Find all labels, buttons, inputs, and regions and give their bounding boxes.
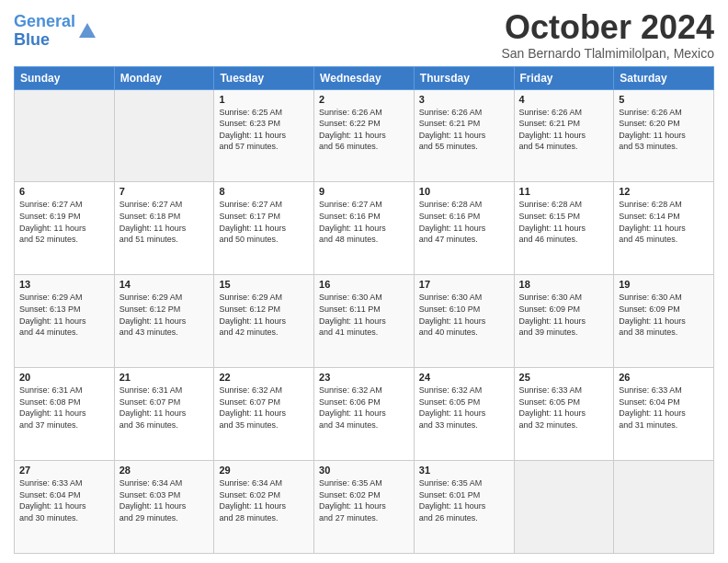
cell-content: Sunrise: 6:28 AM Sunset: 6:16 PM Dayligh… (419, 199, 509, 245)
cell-content: Sunrise: 6:25 AM Sunset: 6:23 PM Dayligh… (219, 107, 309, 153)
title-area: October 2024 San Bernardo Tlalmimilolpan… (501, 9, 714, 61)
cell-content: Sunrise: 6:27 AM Sunset: 6:19 PM Dayligh… (19, 199, 109, 245)
cell-content: Sunrise: 6:28 AM Sunset: 6:14 PM Dayligh… (619, 199, 709, 245)
day-number: 6 (19, 186, 109, 197)
calendar-cell: 25Sunrise: 6:33 AM Sunset: 6:05 PM Dayli… (514, 368, 614, 461)
calendar-cell: 16Sunrise: 6:30 AM Sunset: 6:11 PM Dayli… (314, 275, 415, 368)
cell-content: Sunrise: 6:32 AM Sunset: 6:05 PM Dayligh… (419, 385, 509, 431)
cell-content: Sunrise: 6:26 AM Sunset: 6:20 PM Dayligh… (619, 107, 709, 153)
calendar-cell: 27Sunrise: 6:33 AM Sunset: 6:04 PM Dayli… (15, 461, 115, 554)
cell-content: Sunrise: 6:27 AM Sunset: 6:16 PM Dayligh… (319, 199, 409, 245)
calendar-cell: 8Sunrise: 6:27 AM Sunset: 6:17 PM Daylig… (214, 182, 314, 275)
day-number: 10 (419, 186, 509, 197)
cell-content: Sunrise: 6:29 AM Sunset: 6:13 PM Dayligh… (19, 292, 109, 338)
calendar-cell: 14Sunrise: 6:29 AM Sunset: 6:12 PM Dayli… (114, 275, 214, 368)
day-number: 3 (419, 94, 509, 105)
week-row-4: 20Sunrise: 6:31 AM Sunset: 6:08 PM Dayli… (15, 368, 714, 461)
calendar-cell: 18Sunrise: 6:30 AM Sunset: 6:09 PM Dayli… (514, 275, 614, 368)
logo-text: General Blue (14, 13, 75, 50)
location-title: San Bernardo Tlalmimilolpan, Mexico (501, 46, 714, 61)
cell-content: Sunrise: 6:32 AM Sunset: 6:07 PM Dayligh… (219, 385, 309, 431)
day-number: 8 (219, 186, 309, 197)
cell-content: Sunrise: 6:26 AM Sunset: 6:21 PM Dayligh… (519, 107, 609, 153)
day-number: 21 (119, 372, 210, 383)
calendar-cell: 29Sunrise: 6:34 AM Sunset: 6:02 PM Dayli… (214, 461, 314, 554)
calendar-cell: 23Sunrise: 6:32 AM Sunset: 6:06 PM Dayli… (314, 368, 415, 461)
svg-marker-0 (79, 23, 96, 38)
week-row-3: 13Sunrise: 6:29 AM Sunset: 6:13 PM Dayli… (15, 275, 714, 368)
calendar-cell: 10Sunrise: 6:28 AM Sunset: 6:16 PM Dayli… (414, 182, 514, 275)
calendar-cell: 6Sunrise: 6:27 AM Sunset: 6:19 PM Daylig… (15, 182, 115, 275)
calendar-cell: 17Sunrise: 6:30 AM Sunset: 6:10 PM Dayli… (414, 275, 514, 368)
day-number: 28 (119, 465, 210, 476)
day-number: 9 (319, 186, 409, 197)
day-number: 26 (619, 372, 709, 383)
cell-content: Sunrise: 6:34 AM Sunset: 6:03 PM Dayligh… (119, 477, 210, 523)
day-number: 4 (519, 94, 609, 105)
calendar-cell: 21Sunrise: 6:31 AM Sunset: 6:07 PM Dayli… (114, 368, 214, 461)
day-number: 7 (119, 186, 210, 197)
week-row-1: 1Sunrise: 6:25 AM Sunset: 6:23 PM Daylig… (15, 89, 714, 182)
cell-content: Sunrise: 6:27 AM Sunset: 6:18 PM Dayligh… (119, 199, 210, 245)
cell-content: Sunrise: 6:29 AM Sunset: 6:12 PM Dayligh… (119, 292, 210, 338)
calendar-cell: 5Sunrise: 6:26 AM Sunset: 6:20 PM Daylig… (614, 89, 714, 182)
cell-content: Sunrise: 6:30 AM Sunset: 6:10 PM Dayligh… (419, 292, 509, 338)
day-number: 16 (319, 279, 409, 290)
day-number: 2 (319, 94, 409, 105)
cell-content: Sunrise: 6:30 AM Sunset: 6:09 PM Dayligh… (619, 292, 709, 338)
calendar-cell: 2Sunrise: 6:26 AM Sunset: 6:22 PM Daylig… (314, 89, 415, 182)
calendar-cell: 1Sunrise: 6:25 AM Sunset: 6:23 PM Daylig… (214, 89, 314, 182)
calendar-cell: 11Sunrise: 6:28 AM Sunset: 6:15 PM Dayli… (514, 182, 614, 275)
day-header-thursday: Thursday (414, 66, 514, 89)
day-number: 5 (619, 94, 709, 105)
cell-content: Sunrise: 6:26 AM Sunset: 6:22 PM Dayligh… (319, 107, 409, 153)
calendar-cell: 15Sunrise: 6:29 AM Sunset: 6:12 PM Dayli… (214, 275, 314, 368)
calendar-cell: 13Sunrise: 6:29 AM Sunset: 6:13 PM Dayli… (15, 275, 115, 368)
cell-content: Sunrise: 6:30 AM Sunset: 6:09 PM Dayligh… (519, 292, 609, 338)
header: General Blue October 2024 San Bernardo T… (14, 9, 714, 61)
cell-content: Sunrise: 6:34 AM Sunset: 6:02 PM Dayligh… (219, 477, 309, 523)
cell-content: Sunrise: 6:35 AM Sunset: 6:01 PM Dayligh… (419, 477, 509, 523)
day-number: 27 (19, 465, 109, 476)
logo: General Blue (14, 9, 97, 50)
day-header-monday: Monday (114, 66, 214, 89)
calendar-cell: 30Sunrise: 6:35 AM Sunset: 6:02 PM Dayli… (314, 461, 415, 554)
cell-content: Sunrise: 6:33 AM Sunset: 6:04 PM Dayligh… (19, 477, 109, 523)
calendar-cell: 12Sunrise: 6:28 AM Sunset: 6:14 PM Dayli… (614, 182, 714, 275)
calendar-table: SundayMondayTuesdayWednesdayThursdayFrid… (14, 66, 714, 554)
cell-content: Sunrise: 6:30 AM Sunset: 6:11 PM Dayligh… (319, 292, 409, 338)
day-number: 14 (119, 279, 210, 290)
cell-content: Sunrise: 6:33 AM Sunset: 6:05 PM Dayligh… (519, 385, 609, 431)
cell-content: Sunrise: 6:26 AM Sunset: 6:21 PM Dayligh… (419, 107, 509, 153)
calendar-cell (114, 89, 214, 182)
calendar-cell: 24Sunrise: 6:32 AM Sunset: 6:05 PM Dayli… (414, 368, 514, 461)
calendar-cell (15, 89, 115, 182)
day-number: 17 (419, 279, 509, 290)
day-header-saturday: Saturday (614, 66, 714, 89)
calendar-cell: 22Sunrise: 6:32 AM Sunset: 6:07 PM Dayli… (214, 368, 314, 461)
cell-content: Sunrise: 6:28 AM Sunset: 6:15 PM Dayligh… (519, 199, 609, 245)
calendar-cell: 31Sunrise: 6:35 AM Sunset: 6:01 PM Dayli… (414, 461, 514, 554)
calendar-cell: 4Sunrise: 6:26 AM Sunset: 6:21 PM Daylig… (514, 89, 614, 182)
day-number: 30 (319, 465, 409, 476)
cell-content: Sunrise: 6:33 AM Sunset: 6:04 PM Dayligh… (619, 385, 709, 431)
month-title: October 2024 (501, 9, 714, 46)
cell-content: Sunrise: 6:27 AM Sunset: 6:17 PM Dayligh… (219, 199, 309, 245)
day-number: 25 (519, 372, 609, 383)
header-row: SundayMondayTuesdayWednesdayThursdayFrid… (15, 66, 714, 89)
day-number: 31 (419, 465, 509, 476)
day-number: 22 (219, 372, 309, 383)
calendar-cell: 26Sunrise: 6:33 AM Sunset: 6:04 PM Dayli… (614, 368, 714, 461)
day-number: 13 (19, 279, 109, 290)
day-number: 18 (519, 279, 609, 290)
calendar-cell (614, 461, 714, 554)
day-number: 19 (619, 279, 709, 290)
day-header-tuesday: Tuesday (214, 66, 314, 89)
day-number: 29 (219, 465, 309, 476)
calendar-cell: 28Sunrise: 6:34 AM Sunset: 6:03 PM Dayli… (114, 461, 214, 554)
day-number: 1 (219, 94, 309, 105)
day-number: 15 (219, 279, 309, 290)
cell-content: Sunrise: 6:32 AM Sunset: 6:06 PM Dayligh… (319, 385, 409, 431)
calendar-cell: 20Sunrise: 6:31 AM Sunset: 6:08 PM Dayli… (15, 368, 115, 461)
calendar-cell: 19Sunrise: 6:30 AM Sunset: 6:09 PM Dayli… (614, 275, 714, 368)
